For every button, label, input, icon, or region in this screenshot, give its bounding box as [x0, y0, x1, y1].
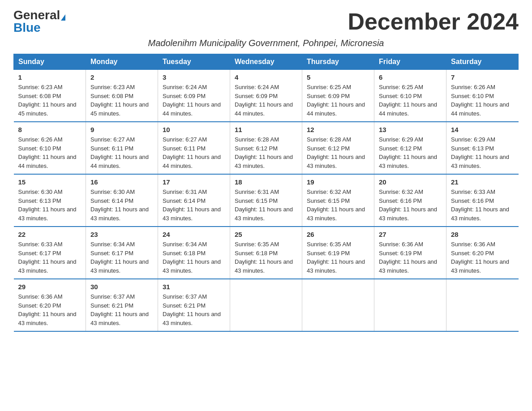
week-row-4: 22 Sunrise: 6:33 AMSunset: 6:17 PMDaylig… — [14, 227, 519, 279]
day-info: Sunrise: 6:32 AMSunset: 6:16 PMDaylight:… — [379, 188, 437, 222]
day-number: 10 — [163, 126, 225, 133]
day-info: Sunrise: 6:36 AMSunset: 6:19 PMDaylight:… — [379, 241, 437, 274]
day-info: Sunrise: 6:26 AMSunset: 6:10 PMDaylight:… — [451, 84, 509, 117]
column-header-tuesday: Tuesday — [158, 54, 230, 70]
day-number: 21 — [451, 178, 514, 186]
day-info: Sunrise: 6:24 AMSunset: 6:09 PMDaylight:… — [235, 84, 293, 117]
logo-blue-text: Blue — [13, 21, 41, 34]
day-info: Sunrise: 6:37 AMSunset: 6:21 PMDaylight:… — [90, 293, 149, 326]
day-number: 9 — [90, 126, 153, 133]
calendar-cell: 17 Sunrise: 6:31 AMSunset: 6:14 PMDaylig… — [158, 174, 230, 227]
day-info: Sunrise: 6:23 AMSunset: 6:08 PMDaylight:… — [90, 84, 149, 117]
day-number: 15 — [18, 178, 82, 186]
calendar-cell: 19 Sunrise: 6:32 AMSunset: 6:15 PMDaylig… — [302, 174, 374, 227]
day-number: 30 — [90, 283, 153, 291]
calendar-cell: 21 Sunrise: 6:33 AMSunset: 6:16 PMDaylig… — [446, 174, 519, 227]
day-info: Sunrise: 6:28 AMSunset: 6:12 PMDaylight:… — [307, 136, 365, 169]
column-header-thursday: Thursday — [302, 54, 374, 70]
calendar-cell: 10 Sunrise: 6:27 AMSunset: 6:11 PMDaylig… — [158, 122, 230, 174]
calendar-cell: 15 Sunrise: 6:30 AMSunset: 6:13 PMDaylig… — [14, 174, 86, 227]
week-row-5: 29 Sunrise: 6:36 AMSunset: 6:20 PMDaylig… — [14, 279, 519, 331]
page-subtitle: Madolenihm Municipality Government, Pohn… — [13, 38, 519, 48]
day-info: Sunrise: 6:36 AMSunset: 6:20 PMDaylight:… — [451, 241, 509, 274]
calendar-cell: 26 Sunrise: 6:35 AMSunset: 6:19 PMDaylig… — [302, 227, 374, 279]
day-info: Sunrise: 6:34 AMSunset: 6:17 PMDaylight:… — [90, 241, 149, 274]
day-info: Sunrise: 6:35 AMSunset: 6:19 PMDaylight:… — [307, 241, 365, 274]
calendar-cell: 27 Sunrise: 6:36 AMSunset: 6:19 PMDaylig… — [374, 227, 446, 279]
week-row-1: 1 Sunrise: 6:23 AMSunset: 6:08 PMDayligh… — [14, 70, 519, 122]
day-number: 8 — [18, 126, 82, 133]
day-number: 20 — [379, 178, 442, 186]
day-number: 3 — [163, 73, 225, 81]
day-info: Sunrise: 6:25 AMSunset: 6:09 PMDaylight:… — [307, 84, 365, 117]
logo-general-text: General — [13, 8, 60, 22]
day-info: Sunrise: 6:28 AMSunset: 6:12 PMDaylight:… — [235, 136, 293, 169]
day-number: 25 — [235, 231, 297, 238]
calendar-cell: 3 Sunrise: 6:24 AMSunset: 6:09 PMDayligh… — [158, 70, 230, 122]
page-header: General Blue December 2024 — [13, 9, 519, 34]
column-header-monday: Monday — [86, 54, 158, 70]
day-info: Sunrise: 6:31 AMSunset: 6:14 PMDaylight:… — [163, 188, 221, 222]
day-number: 5 — [307, 73, 369, 81]
calendar-cell: 6 Sunrise: 6:25 AMSunset: 6:10 PMDayligh… — [374, 70, 446, 122]
column-header-friday: Friday — [374, 54, 446, 70]
column-header-wednesday: Wednesday — [230, 54, 302, 70]
calendar-cell: 13 Sunrise: 6:29 AMSunset: 6:12 PMDaylig… — [374, 122, 446, 174]
day-info: Sunrise: 6:23 AMSunset: 6:08 PMDaylight:… — [18, 84, 77, 117]
day-number: 14 — [451, 126, 514, 133]
day-info: Sunrise: 6:31 AMSunset: 6:15 PMDaylight:… — [235, 188, 293, 222]
calendar-cell — [374, 279, 446, 331]
calendar-cell: 23 Sunrise: 6:34 AMSunset: 6:17 PMDaylig… — [86, 227, 158, 279]
day-info: Sunrise: 6:33 AMSunset: 6:17 PMDaylight:… — [18, 241, 77, 274]
day-info: Sunrise: 6:27 AMSunset: 6:11 PMDaylight:… — [90, 136, 149, 169]
calendar-cell: 24 Sunrise: 6:34 AMSunset: 6:18 PMDaylig… — [158, 227, 230, 279]
calendar-cell: 8 Sunrise: 6:26 AMSunset: 6:10 PMDayligh… — [14, 122, 86, 174]
day-info: Sunrise: 6:29 AMSunset: 6:12 PMDaylight:… — [379, 136, 437, 169]
day-info: Sunrise: 6:24 AMSunset: 6:09 PMDaylight:… — [163, 84, 221, 117]
day-number: 6 — [379, 73, 442, 81]
day-number: 16 — [90, 178, 153, 186]
calendar-cell: 4 Sunrise: 6:24 AMSunset: 6:09 PMDayligh… — [230, 70, 302, 122]
calendar-cell: 16 Sunrise: 6:30 AMSunset: 6:14 PMDaylig… — [86, 174, 158, 227]
day-number: 24 — [163, 231, 225, 238]
day-number: 17 — [163, 178, 225, 186]
day-number: 26 — [307, 231, 369, 238]
calendar-cell: 14 Sunrise: 6:29 AMSunset: 6:13 PMDaylig… — [446, 122, 519, 174]
calendar-cell: 31 Sunrise: 6:37 AMSunset: 6:21 PMDaylig… — [158, 279, 230, 331]
page-title: December 2024 — [348, 9, 519, 34]
day-number: 11 — [235, 126, 297, 133]
day-info: Sunrise: 6:30 AMSunset: 6:13 PMDaylight:… — [18, 188, 77, 222]
calendar-cell: 25 Sunrise: 6:35 AMSunset: 6:18 PMDaylig… — [230, 227, 302, 279]
day-number: 28 — [451, 231, 514, 238]
day-number: 31 — [163, 283, 225, 291]
logo: General Blue — [13, 9, 65, 34]
logo-top: General — [13, 9, 65, 21]
calendar-cell: 5 Sunrise: 6:25 AMSunset: 6:09 PMDayligh… — [302, 70, 374, 122]
calendar-cell: 11 Sunrise: 6:28 AMSunset: 6:12 PMDaylig… — [230, 122, 302, 174]
day-number: 18 — [235, 178, 297, 186]
day-info: Sunrise: 6:25 AMSunset: 6:10 PMDaylight:… — [379, 84, 437, 117]
day-info: Sunrise: 6:32 AMSunset: 6:15 PMDaylight:… — [307, 188, 365, 222]
calendar-cell: 30 Sunrise: 6:37 AMSunset: 6:21 PMDaylig… — [86, 279, 158, 331]
day-info: Sunrise: 6:37 AMSunset: 6:21 PMDaylight:… — [163, 293, 221, 326]
calendar-cell — [230, 279, 302, 331]
calendar-cell: 28 Sunrise: 6:36 AMSunset: 6:20 PMDaylig… — [446, 227, 519, 279]
day-info: Sunrise: 6:34 AMSunset: 6:18 PMDaylight:… — [163, 241, 221, 274]
calendar-cell: 29 Sunrise: 6:36 AMSunset: 6:20 PMDaylig… — [14, 279, 86, 331]
day-number: 29 — [18, 283, 82, 291]
calendar-header-row: SundayMondayTuesdayWednesdayThursdayFrid… — [14, 54, 519, 70]
column-header-saturday: Saturday — [446, 54, 519, 70]
day-info: Sunrise: 6:36 AMSunset: 6:20 PMDaylight:… — [18, 293, 77, 326]
day-info: Sunrise: 6:27 AMSunset: 6:11 PMDaylight:… — [163, 136, 221, 169]
day-info: Sunrise: 6:29 AMSunset: 6:13 PMDaylight:… — [451, 136, 509, 169]
day-number: 13 — [379, 126, 442, 133]
calendar-cell: 20 Sunrise: 6:32 AMSunset: 6:16 PMDaylig… — [374, 174, 446, 227]
calendar-table: SundayMondayTuesdayWednesdayThursdayFrid… — [13, 54, 519, 332]
day-number: 19 — [307, 178, 369, 186]
day-number: 23 — [90, 231, 153, 238]
day-info: Sunrise: 6:26 AMSunset: 6:10 PMDaylight:… — [18, 136, 77, 169]
day-number: 1 — [18, 73, 82, 81]
week-row-3: 15 Sunrise: 6:30 AMSunset: 6:13 PMDaylig… — [14, 174, 519, 227]
day-info: Sunrise: 6:30 AMSunset: 6:14 PMDaylight:… — [90, 188, 149, 222]
day-number: 7 — [451, 73, 514, 81]
